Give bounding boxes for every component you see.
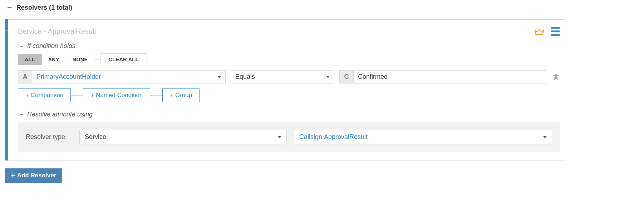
value-group: C Confirmed xyxy=(339,70,547,83)
card-top-icons xyxy=(534,26,560,37)
crown-icon[interactable] xyxy=(534,28,544,35)
attribute-value: PrimaryAccountHolder xyxy=(36,73,101,81)
card-collapse-handle[interactable]: - xyxy=(5,19,8,160)
condition-row: A PrimaryAccountHolder Equals C Confirme… xyxy=(18,70,560,83)
clear-all-button[interactable]: CLEAR ALL xyxy=(100,53,147,65)
add-resolver-button[interactable]: + Add Resolver xyxy=(5,168,62,183)
resolve-box: Resolver type Service Callsign.ApprovalR… xyxy=(18,122,560,152)
resolver-card: - Service - ApprovalResult − xyxy=(5,19,565,160)
svg-point-1 xyxy=(539,29,540,30)
operator-value: Equals xyxy=(235,73,255,81)
attr-type-badge: A xyxy=(18,70,32,83)
resolver-type-label: Resolver type xyxy=(26,133,72,141)
resolver-target-dropdown[interactable]: Callsign.ApprovalResult xyxy=(294,130,552,144)
add-condition-row: + Comparison + Named Condition + Group xyxy=(18,88,560,102)
logic-segment: ALL ANY NONE xyxy=(18,54,94,65)
trash-icon[interactable] xyxy=(552,73,560,81)
resolver-type-value: Service xyxy=(85,133,106,141)
connector-line xyxy=(71,95,83,96)
add-group-button[interactable]: + Group xyxy=(162,88,200,102)
collapse-resolvers-icon[interactable]: − xyxy=(5,4,14,11)
connector-line xyxy=(150,95,162,96)
logic-all-button[interactable]: ALL xyxy=(18,54,42,65)
card-title: Service - ApprovalResult xyxy=(18,27,96,35)
chevron-down-icon xyxy=(278,136,281,138)
plus-icon: + xyxy=(11,172,15,179)
svg-point-2 xyxy=(543,29,544,30)
logic-none-button[interactable]: NONE xyxy=(66,54,94,65)
resolve-subheader: − Resolve attribute using xyxy=(18,111,560,118)
operator-dropdown[interactable]: Equals xyxy=(231,70,334,83)
attribute-group: A PrimaryAccountHolder xyxy=(18,70,226,83)
value-dropdown[interactable]: Confirmed xyxy=(354,70,547,83)
resolve-header-text: Resolve attribute using xyxy=(27,111,93,118)
resolvers-section-header: − Resolvers (1 total) xyxy=(5,4,565,11)
svg-point-0 xyxy=(534,29,535,30)
resolver-card-body: Service - ApprovalResult − If conditi xyxy=(8,19,565,160)
logic-row: ALL ANY NONE CLEAR ALL xyxy=(18,53,560,65)
add-resolver-label: Add Resolver xyxy=(17,172,56,179)
collapse-resolve-icon[interactable]: − xyxy=(18,111,25,118)
resolver-type-dropdown[interactable]: Service xyxy=(79,130,287,144)
logic-any-button[interactable]: ANY xyxy=(42,54,66,65)
menu-icon[interactable] xyxy=(551,26,560,37)
card-top: Service - ApprovalResult xyxy=(18,26,560,37)
condition-header-text: If condition holds xyxy=(27,42,75,50)
condition-subheader: − If condition holds xyxy=(18,42,560,50)
value-type-badge: C xyxy=(339,70,354,83)
value-text: Confirmed xyxy=(358,73,388,81)
chevron-down-icon xyxy=(326,76,330,78)
chevron-down-icon xyxy=(543,136,547,138)
add-comparison-button[interactable]: + Comparison xyxy=(18,88,71,102)
chevron-down-icon xyxy=(217,76,221,78)
attribute-dropdown[interactable]: PrimaryAccountHolder xyxy=(32,70,226,83)
collapse-condition-icon[interactable]: − xyxy=(18,43,25,50)
resolvers-title: Resolvers (1 total) xyxy=(16,4,72,11)
resolver-target-value: Callsign.ApprovalResult xyxy=(299,133,368,141)
add-named-condition-button[interactable]: + Named Condition xyxy=(83,88,150,102)
connector-line xyxy=(94,59,100,59)
